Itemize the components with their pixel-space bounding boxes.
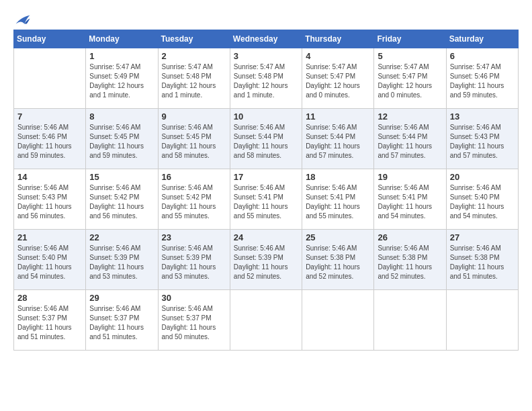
day-number: 11 [306,111,370,122]
day-info: Sunrise: 5:46 AM Sunset: 5:44 PM Dayligh… [234,123,298,161]
day-info: Sunrise: 5:46 AM Sunset: 5:41 PM Dayligh… [378,183,442,221]
calendar-cell [230,290,302,351]
day-number: 13 [450,111,515,122]
page-header [13,13,519,23]
day-info: Sunrise: 5:46 AM Sunset: 5:40 PM Dayligh… [450,183,515,221]
day-number: 16 [162,172,226,182]
column-header-thursday: Thursday [302,30,374,48]
day-number: 4 [306,51,370,61]
calendar-cell: 15Sunrise: 5:46 AM Sunset: 5:42 PM Dayli… [86,169,158,230]
day-info: Sunrise: 5:47 AM Sunset: 5:46 PM Dayligh… [450,62,515,100]
day-info: Sunrise: 5:46 AM Sunset: 5:45 PM Dayligh… [162,123,226,161]
calendar-table: SundayMondayTuesdayWednesdayThursdayFrid… [13,30,519,351]
calendar-cell: 4Sunrise: 5:47 AM Sunset: 5:47 PM Daylig… [302,48,374,109]
day-info: Sunrise: 5:46 AM Sunset: 5:43 PM Dayligh… [17,183,82,221]
calendar-cell: 3Sunrise: 5:47 AM Sunset: 5:48 PM Daylig… [230,48,302,109]
calendar-cell: 2Sunrise: 5:47 AM Sunset: 5:48 PM Daylig… [158,48,230,109]
calendar-cell: 8Sunrise: 5:46 AM Sunset: 5:45 PM Daylig… [86,109,158,169]
calendar-cell: 23Sunrise: 5:46 AM Sunset: 5:39 PM Dayli… [158,230,230,290]
calendar-week-row: 21Sunrise: 5:46 AM Sunset: 5:40 PM Dayli… [14,230,519,290]
day-number: 26 [378,232,442,242]
calendar-week-row: 14Sunrise: 5:46 AM Sunset: 5:43 PM Dayli… [14,169,519,230]
day-info: Sunrise: 5:46 AM Sunset: 5:39 PM Dayligh… [162,244,226,281]
column-header-saturday: Saturday [446,30,518,48]
day-info: Sunrise: 5:46 AM Sunset: 5:43 PM Dayligh… [450,123,515,161]
day-number: 14 [17,172,82,182]
calendar-cell: 21Sunrise: 5:46 AM Sunset: 5:40 PM Dayli… [14,230,86,290]
day-number: 30 [162,293,226,303]
calendar-cell [14,48,86,109]
day-number: 8 [89,111,154,122]
day-number: 17 [234,172,298,182]
day-info: Sunrise: 5:46 AM Sunset: 5:38 PM Dayligh… [450,244,515,281]
day-info: Sunrise: 5:47 AM Sunset: 5:49 PM Dayligh… [89,62,154,100]
day-info: Sunrise: 5:46 AM Sunset: 5:37 PM Dayligh… [162,304,226,342]
calendar-cell: 5Sunrise: 5:47 AM Sunset: 5:47 PM Daylig… [374,48,446,109]
calendar-cell [374,290,446,351]
calendar-cell: 19Sunrise: 5:46 AM Sunset: 5:41 PM Dayli… [374,169,446,230]
calendar-week-row: 1Sunrise: 5:47 AM Sunset: 5:49 PM Daylig… [14,48,519,109]
day-number: 9 [162,111,226,122]
day-info: Sunrise: 5:46 AM Sunset: 5:39 PM Dayligh… [234,244,298,281]
calendar-cell: 11Sunrise: 5:46 AM Sunset: 5:44 PM Dayli… [302,109,374,169]
day-info: Sunrise: 5:46 AM Sunset: 5:41 PM Dayligh… [306,183,370,221]
day-info: Sunrise: 5:47 AM Sunset: 5:47 PM Dayligh… [378,62,442,100]
calendar-cell: 28Sunrise: 5:46 AM Sunset: 5:37 PM Dayli… [14,290,86,351]
day-number: 25 [306,232,370,242]
day-info: Sunrise: 5:46 AM Sunset: 5:45 PM Dayligh… [89,123,154,161]
calendar-cell: 29Sunrise: 5:46 AM Sunset: 5:37 PM Dayli… [86,290,158,351]
column-header-sunday: Sunday [14,30,86,48]
day-number: 10 [234,111,298,122]
day-number: 1 [89,51,154,61]
day-info: Sunrise: 5:46 AM Sunset: 5:40 PM Dayligh… [17,244,82,281]
day-info: Sunrise: 5:46 AM Sunset: 5:44 PM Dayligh… [306,123,370,161]
day-info: Sunrise: 5:47 AM Sunset: 5:48 PM Dayligh… [234,62,298,100]
calendar-cell: 30Sunrise: 5:46 AM Sunset: 5:37 PM Dayli… [158,290,230,351]
calendar-cell: 20Sunrise: 5:46 AM Sunset: 5:40 PM Dayli… [446,169,518,230]
day-number: 7 [17,111,82,122]
day-info: Sunrise: 5:46 AM Sunset: 5:41 PM Dayligh… [234,183,298,221]
day-info: Sunrise: 5:46 AM Sunset: 5:37 PM Dayligh… [89,304,154,342]
day-info: Sunrise: 5:46 AM Sunset: 5:39 PM Dayligh… [89,244,154,281]
day-info: Sunrise: 5:46 AM Sunset: 5:38 PM Dayligh… [306,244,370,281]
day-number: 3 [234,51,298,61]
calendar-cell: 26Sunrise: 5:46 AM Sunset: 5:38 PM Dayli… [374,230,446,290]
column-header-tuesday: Tuesday [158,30,230,48]
day-number: 29 [89,293,154,303]
calendar-week-row: 7Sunrise: 5:46 AM Sunset: 5:46 PM Daylig… [14,109,519,169]
calendar-cell: 14Sunrise: 5:46 AM Sunset: 5:43 PM Dayli… [14,169,86,230]
calendar-cell: 16Sunrise: 5:46 AM Sunset: 5:42 PM Dayli… [158,169,230,230]
day-number: 21 [17,232,82,242]
calendar-cell: 13Sunrise: 5:46 AM Sunset: 5:43 PM Dayli… [446,109,518,169]
day-number: 23 [162,232,226,242]
calendar-cell: 7Sunrise: 5:46 AM Sunset: 5:46 PM Daylig… [14,109,86,169]
calendar-cell: 10Sunrise: 5:46 AM Sunset: 5:44 PM Dayli… [230,109,302,169]
day-info: Sunrise: 5:46 AM Sunset: 5:44 PM Dayligh… [378,123,442,161]
calendar-cell: 22Sunrise: 5:46 AM Sunset: 5:39 PM Dayli… [86,230,158,290]
column-header-wednesday: Wednesday [230,30,302,48]
day-number: 15 [89,172,154,182]
day-info: Sunrise: 5:46 AM Sunset: 5:42 PM Dayligh… [162,183,226,221]
day-info: Sunrise: 5:46 AM Sunset: 5:37 PM Dayligh… [17,304,82,342]
day-number: 24 [234,232,298,242]
calendar-cell: 27Sunrise: 5:46 AM Sunset: 5:38 PM Dayli… [446,230,518,290]
calendar-header-row: SundayMondayTuesdayWednesdayThursdayFrid… [14,30,519,48]
day-number: 18 [306,172,370,182]
calendar-cell: 12Sunrise: 5:46 AM Sunset: 5:44 PM Dayli… [374,109,446,169]
day-number: 27 [450,232,515,242]
column-header-friday: Friday [374,30,446,48]
day-number: 22 [89,232,154,242]
day-info: Sunrise: 5:47 AM Sunset: 5:47 PM Dayligh… [306,62,370,100]
calendar-cell: 18Sunrise: 5:46 AM Sunset: 5:41 PM Dayli… [302,169,374,230]
calendar-week-row: 28Sunrise: 5:46 AM Sunset: 5:37 PM Dayli… [14,290,519,351]
calendar-cell [446,290,518,351]
day-number: 5 [378,51,442,61]
day-info: Sunrise: 5:46 AM Sunset: 5:38 PM Dayligh… [378,244,442,281]
calendar-cell: 17Sunrise: 5:46 AM Sunset: 5:41 PM Dayli… [230,169,302,230]
day-info: Sunrise: 5:46 AM Sunset: 5:42 PM Dayligh… [89,183,154,221]
day-number: 6 [450,51,515,61]
day-number: 2 [162,51,226,61]
day-number: 12 [378,111,442,122]
day-number: 19 [378,172,442,182]
day-info: Sunrise: 5:46 AM Sunset: 5:46 PM Dayligh… [17,123,82,161]
